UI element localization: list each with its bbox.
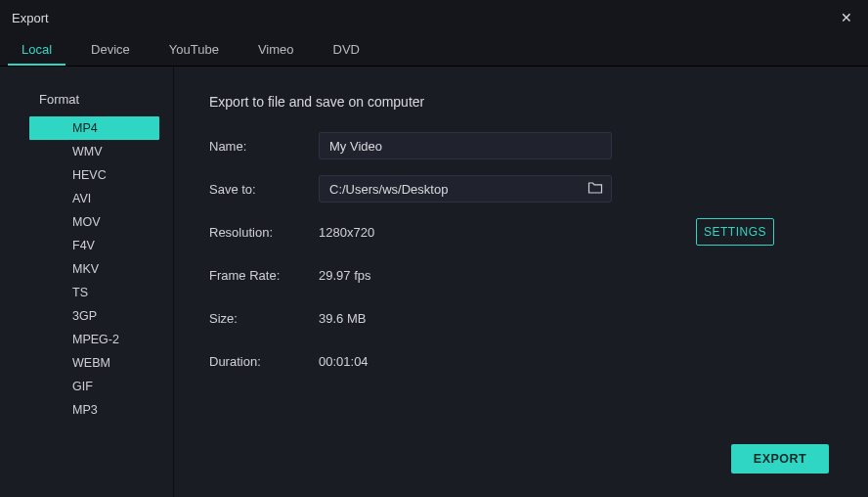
framerate-label: Frame Rate:	[209, 268, 319, 283]
tab-device[interactable]: Device	[77, 35, 144, 66]
format-item-3gp[interactable]: 3GP	[29, 304, 159, 328]
format-item-mov[interactable]: MOV	[29, 210, 159, 234]
resolution-value: 1280x720	[319, 225, 374, 240]
dialog-body: Format MP4WMVHEVCAVIMOVF4VMKVTS3GPMPEG-2…	[0, 67, 868, 497]
format-item-avi[interactable]: AVI	[29, 187, 159, 210]
format-list: MP4WMVHEVCAVIMOVF4VMKVTS3GPMPEG-2WEBMGIF…	[0, 116, 173, 422]
format-item-f4v[interactable]: F4V	[29, 234, 159, 257]
window-title: Export	[12, 11, 49, 25]
row-size: Size: 39.6 MB	[209, 305, 833, 331]
row-save-to: Save to: C:/Users/ws/Desktop	[209, 176, 833, 202]
main-panel: Export to file and save on computer Name…	[174, 67, 868, 497]
format-item-gif[interactable]: GIF	[29, 375, 159, 398]
save-to-label: Save to:	[209, 182, 319, 197]
titlebar: Export ✕	[0, 0, 868, 35]
duration-label: Duration:	[209, 354, 319, 369]
tab-dvd[interactable]: DVD	[320, 35, 373, 66]
row-resolution: Resolution: 1280x720 SETTINGS	[209, 219, 833, 245]
format-item-wmv[interactable]: WMV	[29, 140, 159, 163]
folder-icon[interactable]	[587, 181, 603, 198]
export-button[interactable]: EXPORT	[731, 444, 829, 474]
format-item-mkv[interactable]: MKV	[29, 257, 159, 281]
format-header: Format	[0, 92, 173, 116]
save-to-value: C:/Users/ws/Desktop	[329, 182, 448, 197]
name-label: Name:	[209, 139, 319, 154]
format-item-mp3[interactable]: MP3	[29, 398, 159, 422]
format-item-hevc[interactable]: HEVC	[29, 163, 159, 187]
row-name: Name: My Video	[209, 133, 833, 158]
tab-youtube[interactable]: YouTube	[155, 35, 233, 66]
format-sidebar: Format MP4WMVHEVCAVIMOVF4VMKVTS3GPMPEG-2…	[0, 67, 174, 497]
framerate-value: 29.97 fps	[319, 268, 371, 283]
close-icon[interactable]: ✕	[837, 8, 856, 27]
duration-value: 00:01:04	[319, 354, 369, 369]
size-label: Size:	[209, 311, 319, 326]
name-input[interactable]: My Video	[319, 132, 612, 159]
tab-local[interactable]: Local	[8, 35, 65, 66]
name-value: My Video	[329, 139, 382, 154]
page-title: Export to file and save on computer	[209, 94, 833, 110]
row-duration: Duration: 00:01:04	[209, 348, 833, 374]
format-item-ts[interactable]: TS	[29, 281, 159, 304]
format-item-webm[interactable]: WEBM	[29, 351, 159, 375]
settings-button[interactable]: SETTINGS	[696, 218, 774, 246]
resolution-label: Resolution:	[209, 225, 319, 240]
save-to-input[interactable]: C:/Users/ws/Desktop	[319, 175, 612, 203]
row-framerate: Frame Rate: 29.97 fps	[209, 262, 833, 288]
export-tabs: LocalDeviceYouTubeVimeoDVD	[0, 35, 868, 67]
tab-vimeo[interactable]: Vimeo	[244, 35, 308, 66]
format-item-mp4[interactable]: MP4	[29, 116, 159, 140]
format-item-mpeg-2[interactable]: MPEG-2	[29, 328, 159, 351]
size-value: 39.6 MB	[319, 311, 366, 326]
